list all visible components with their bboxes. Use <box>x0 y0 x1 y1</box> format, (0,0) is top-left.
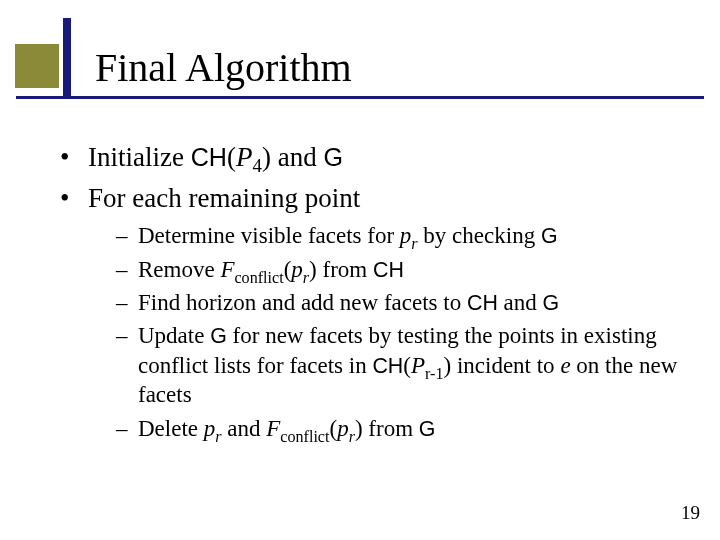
subitem-1-text-a: Determine visible facets for <box>138 223 400 248</box>
subitem-4-text-a: Update <box>138 323 210 348</box>
subitem-5-sub-conflict: conflict <box>280 427 329 444</box>
subitem-2-text-a: Remove <box>138 257 220 282</box>
bullet-1-paren-close: ) <box>262 142 271 172</box>
slide-body: • Initialize CH(P4) and G • For each rem… <box>60 140 680 447</box>
bullet-1: • Initialize CH(P4) and G <box>60 140 680 175</box>
subitem-2-sub-conflict: conflict <box>234 268 283 285</box>
bullet-2: • For each remaining point <box>60 181 680 216</box>
slide: Final Algorithm • Initialize CH(P4) and … <box>0 0 720 540</box>
subitem-2-var-f: F <box>220 257 234 282</box>
slide-title: Final Algorithm <box>95 46 352 90</box>
subitem-5-var-p: p <box>204 416 216 441</box>
subitem-4-paren-open: ( <box>403 353 411 378</box>
subitem-5-text-a: Delete <box>138 416 204 441</box>
dash-marker: – <box>116 321 128 350</box>
bullet-2-text: For each remaining point <box>88 183 360 213</box>
subitem-1-var-p: p <box>400 223 412 248</box>
subitem-4-code-ch: CH <box>372 354 403 378</box>
subitem-4: – Update G for new facets by testing the… <box>116 321 680 409</box>
subitem-2-code-ch: CH <box>373 258 404 282</box>
subitem-1-code-g: G <box>541 224 558 248</box>
subitem-5-sub-r: r <box>215 427 221 444</box>
subitem-5-var-p2: p <box>337 416 349 441</box>
bullet-1-paren-open: ( <box>227 142 236 172</box>
subitem-4-paren-close: ) <box>443 353 451 378</box>
subitem-5-code-g: G <box>419 417 436 441</box>
subitem-2: – Remove Fconflict(pr) from CH <box>116 255 680 284</box>
subitem-4-var-e: e <box>560 353 570 378</box>
title-underline <box>16 96 704 99</box>
subitem-5-text-c: from <box>368 416 418 441</box>
subitem-3-text-b: and <box>504 290 543 315</box>
bullet-1-text-a: Initialize <box>88 142 191 172</box>
dash-marker: – <box>116 414 128 443</box>
subitem-4-sub-rm1: r-1 <box>425 364 443 381</box>
dash-marker: – <box>116 255 128 284</box>
subitem-5-paren2-close: ) <box>355 416 363 441</box>
subitem-5-var-f: F <box>266 416 280 441</box>
page-number: 19 <box>681 502 700 524</box>
bullet-1-code-g: G <box>323 143 343 171</box>
subitem-1: – Determine visible facets for pr by che… <box>116 221 680 250</box>
subitem-5-paren2-open: ( <box>329 416 337 441</box>
sublist: – Determine visible facets for pr by che… <box>116 221 680 443</box>
subitem-3-text-a: Find horizon and add new facets to <box>138 290 467 315</box>
subitem-5-text-b: and <box>227 416 266 441</box>
subitem-1-text-b: by checking <box>423 223 541 248</box>
bullet-1-var-p: P <box>236 142 253 172</box>
bullet-marker: • <box>60 140 69 175</box>
dash-marker: – <box>116 221 128 250</box>
subitem-2-text-b: from <box>322 257 372 282</box>
subitem-5: – Delete pr and Fconflict(pr) from G <box>116 414 680 443</box>
bullet-marker: • <box>60 181 69 216</box>
subitem-2-paren-close: ) <box>309 257 317 282</box>
bullet-1-sub-4: 4 <box>252 155 261 176</box>
bullet-1-code-ch: CH <box>191 143 227 171</box>
subitem-1-sub-r: r <box>411 235 417 252</box>
bullet-1-text-b: and <box>278 142 324 172</box>
subitem-3: – Find horizon and add new facets to CH … <box>116 288 680 317</box>
subitem-4-code-g: G <box>210 324 227 348</box>
subitem-4-var-p: P <box>411 353 425 378</box>
subitem-2-var-p: p <box>291 257 303 282</box>
subitem-4-text-c: incident to <box>457 353 560 378</box>
subitem-3-code-ch: CH <box>467 291 498 315</box>
subitem-3-code-g: G <box>543 291 560 315</box>
dash-marker: – <box>116 288 128 317</box>
corner-square-olive <box>15 44 59 88</box>
corner-bar-navy <box>63 18 71 96</box>
